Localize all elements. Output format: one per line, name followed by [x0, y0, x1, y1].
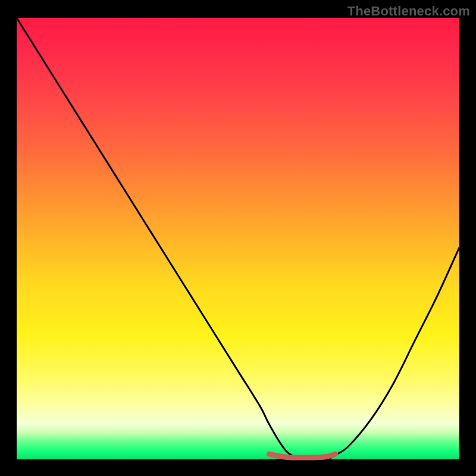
plot-area	[17, 18, 459, 459]
curve-layer	[17, 18, 459, 459]
watermark-text: TheBottleneck.com	[347, 4, 470, 19]
chart-stage: TheBottleneck.com	[0, 0, 476, 476]
optimal-range-marker	[269, 454, 336, 458]
bottleneck-curve	[17, 18, 459, 460]
